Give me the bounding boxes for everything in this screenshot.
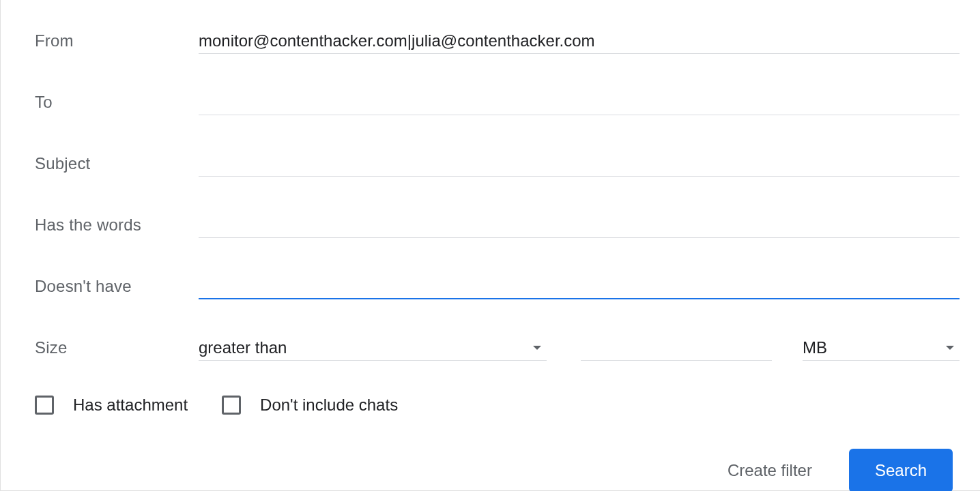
button-row: Create filter Search (35, 449, 960, 491)
subject-input[interactable] (199, 151, 960, 177)
has-words-row: Has the words (35, 211, 960, 239)
subject-row: Subject (35, 150, 960, 177)
size-unit-value: MB (803, 338, 946, 357)
to-label: To (35, 93, 199, 112)
subject-label: Subject (35, 154, 199, 173)
to-input[interactable] (199, 90, 960, 115)
size-comparison-value: greater than (199, 338, 533, 357)
from-label: From (35, 31, 199, 50)
search-filter-panel: From To Subject Has the words Doesn't ha… (0, 0, 980, 491)
from-row: From (35, 27, 960, 55)
has-attachment-label: Has attachment (73, 396, 188, 415)
dont-include-chats-checkbox[interactable] (222, 396, 241, 415)
has-words-label: Has the words (35, 215, 199, 235)
has-attachment-checkbox[interactable] (35, 396, 54, 415)
doesnt-have-input[interactable] (199, 273, 960, 299)
search-button[interactable]: Search (849, 449, 953, 491)
dont-include-chats-label: Don't include chats (260, 396, 398, 415)
chevron-down-icon (946, 346, 954, 350)
has-words-input[interactable] (199, 213, 960, 238)
create-filter-button[interactable]: Create filter (725, 456, 815, 486)
size-value-input[interactable] (581, 336, 772, 361)
doesnt-have-row: Doesn't have (35, 273, 960, 300)
has-attachment-group[interactable]: Has attachment (35, 396, 188, 415)
dont-include-chats-group[interactable]: Don't include chats (222, 396, 398, 415)
size-row: Size greater than MB (35, 334, 960, 361)
doesnt-have-label: Doesn't have (35, 277, 199, 296)
to-row: To (35, 89, 960, 116)
size-label: Size (35, 338, 199, 357)
from-input[interactable] (199, 29, 960, 54)
size-unit-select[interactable]: MB (803, 336, 960, 361)
size-comparison-select[interactable]: greater than (199, 336, 547, 361)
checkbox-row: Has attachment Don't include chats (35, 396, 960, 415)
chevron-down-icon (533, 346, 541, 350)
